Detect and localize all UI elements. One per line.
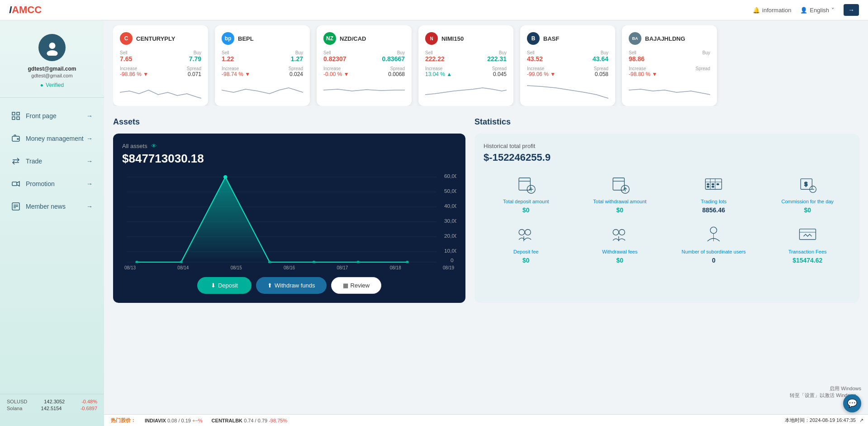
svg-text:60,000: 60,000 <box>444 173 456 178</box>
sidebar-item-trade[interactable]: Trade → <box>0 150 104 172</box>
statistics-card: Historical total profit $-152246255.9 <box>474 134 859 303</box>
stat-total-deposit: Total deposit amount $0 <box>484 172 568 214</box>
quote-logo-nzdcad: NZ <box>323 32 336 45</box>
arrow-icon: → <box>86 135 93 142</box>
deposit-amount-icon <box>515 172 537 195</box>
review-icon: ▦ <box>343 282 348 289</box>
buy-price: 7.79 <box>189 55 201 62</box>
svg-text:10,000: 10,000 <box>444 248 456 253</box>
commission-value: $0 <box>765 206 850 214</box>
increase-value: -98.86 % ▼ <box>120 71 148 77</box>
sell-label: Sell <box>120 50 132 55</box>
logo: IAMCC <box>9 4 42 16</box>
stat-withdrawal-fees: Withdrawal fees $0 <box>578 223 662 264</box>
withdraw-icon: ⬆ <box>267 282 272 289</box>
svg-rect-51 <box>707 186 709 187</box>
svg-point-32 <box>313 261 316 263</box>
hot-quotes-list: C CENTURYPLY Sell 7.65 Buy 7.79 Increase… <box>113 25 859 106</box>
eye-icon: 👁 <box>151 143 157 149</box>
deposit-fee-value: $0 <box>484 257 568 264</box>
svg-rect-48 <box>707 183 709 185</box>
assets-title: Assets <box>113 117 465 127</box>
svg-rect-40 <box>613 178 624 190</box>
svg-text:40,000: 40,000 <box>444 203 456 208</box>
withdrawal-fees-label: Withdrawal fees <box>578 249 662 254</box>
language-selector[interactable]: 👤 English ˅ <box>800 7 835 14</box>
total-deposit-label: Total deposit amount <box>484 199 568 204</box>
svg-point-60 <box>613 229 619 235</box>
svg-rect-65 <box>799 229 816 239</box>
svg-rect-5 <box>17 117 19 120</box>
total-deposit-value: $0 <box>484 206 568 214</box>
subordinate-users-value: 0 <box>671 257 756 264</box>
sidebar-item-member-news[interactable]: Member news → <box>0 195 104 218</box>
historical-profit-value: $-152246255.9 <box>484 152 850 163</box>
sidebar-email2: gdtest@gmail.com <box>9 73 95 78</box>
quote-chart <box>425 81 507 99</box>
quote-card-bajajhldng[interactable]: BA BAJAJHLDNG Sell 98.86 Buy Increase -9… <box>622 25 717 106</box>
stat-trading-lots: Trading lots 8856.46 <box>671 172 756 214</box>
quote-card-bepl[interactable]: bp BEPL Sell 1.22 Buy 1.27 Increase -98.… <box>215 25 310 106</box>
svg-point-63 <box>711 227 717 233</box>
svg-rect-52 <box>712 186 714 187</box>
header: IAMCC 🔔 information 👤 English ˅ → <box>0 0 868 20</box>
withdrawal-fees-value: $0 <box>578 257 662 264</box>
svg-point-58 <box>525 229 531 235</box>
promotion-icon <box>11 179 20 188</box>
header-right: 🔔 information 👤 English ˅ → <box>753 4 859 16</box>
svg-rect-8 <box>12 182 17 186</box>
commission-label: Commission for the day <box>765 199 850 204</box>
svg-rect-2 <box>12 112 15 115</box>
total-withdrawal-label: Total withdrawal amount <box>578 199 662 204</box>
statistics-title: Statistics <box>474 117 859 127</box>
sidebar-item-promotion[interactable]: Promotion → <box>0 172 104 195</box>
svg-point-1 <box>47 50 57 56</box>
sidebar-item-money-management[interactable]: Money management → <box>0 127 104 150</box>
quote-card-basf[interactable]: B BASF Sell 43.52 Buy 43.64 Increase -99… <box>520 25 615 106</box>
review-button[interactable]: ▦ Review <box>331 277 382 294</box>
deposit-fee-icon <box>515 223 537 245</box>
withdraw-button[interactable]: ⬆ Withdraw funds <box>256 277 327 294</box>
logout-button[interactable]: → <box>844 4 859 16</box>
svg-text:0: 0 <box>451 258 454 263</box>
sell-price: 7.65 <box>120 55 132 62</box>
assets-statistics-row: Assets All assets 👁 $847713030.18 60,000… <box>113 117 859 303</box>
sidebar-item-front-page[interactable]: Front page → <box>0 105 104 127</box>
svg-rect-50 <box>717 183 719 185</box>
arrow-icon: → <box>86 158 93 165</box>
commission-icon: $ <box>796 172 819 195</box>
sidebar-label-trade: Trade <box>26 158 42 165</box>
sidebar-label-front-page: Front page <box>26 112 57 120</box>
stat-deposit-fee: Deposit fee $0 <box>484 223 568 264</box>
wallet-icon <box>11 134 20 143</box>
quote-logo-nimi150: N <box>425 32 438 45</box>
stats-grid: Total deposit amount $0 <box>484 172 850 264</box>
svg-rect-3 <box>17 112 19 115</box>
svg-text:30,000: 30,000 <box>444 218 456 223</box>
avatar <box>38 34 66 61</box>
transaction-fees-icon <box>796 223 819 245</box>
svg-text:50,000: 50,000 <box>444 188 456 193</box>
deposit-icon: ⬇ <box>211 282 216 289</box>
trading-lots-label: Trading lots <box>671 199 756 204</box>
chevron-down-icon: ˅ <box>831 7 835 14</box>
stat-total-withdrawal: Total withdrawal amount $0 <box>578 172 662 214</box>
quote-card-nimi150[interactable]: N NIMI150 Sell 222.22 Buy 222.31 Increas… <box>418 25 513 106</box>
quote-logo-basf: B <box>527 32 540 45</box>
quote-logo-bepl: bp <box>222 32 234 45</box>
stat-transaction-fees: Transaction Fees $15474.62 <box>765 223 850 264</box>
quote-card-nzdcad[interactable]: NZ NZD/CAD Sell 0.82307 Buy 0.83667 Incr… <box>317 25 412 106</box>
information-link[interactable]: 🔔 information <box>753 7 791 14</box>
deposit-button[interactable]: ⬇ Deposit <box>197 277 251 294</box>
arrow-icon: → <box>86 203 93 210</box>
trading-lots-value: 8856.46 <box>671 206 756 214</box>
buy-label: Buy <box>189 50 201 55</box>
withdrawal-fees-icon <box>608 223 631 245</box>
svg-text:20,000: 20,000 <box>444 233 456 238</box>
quote-card-centuryply[interactable]: C CENTURYPLY Sell 7.65 Buy 7.79 Increase… <box>113 25 208 106</box>
quote-chart <box>527 81 608 99</box>
svg-point-57 <box>519 229 525 235</box>
svg-point-0 <box>49 43 55 49</box>
sidebar-nav: Front page → Money management → <box>0 105 104 218</box>
sidebar-label-money-management: Money management <box>26 135 84 142</box>
